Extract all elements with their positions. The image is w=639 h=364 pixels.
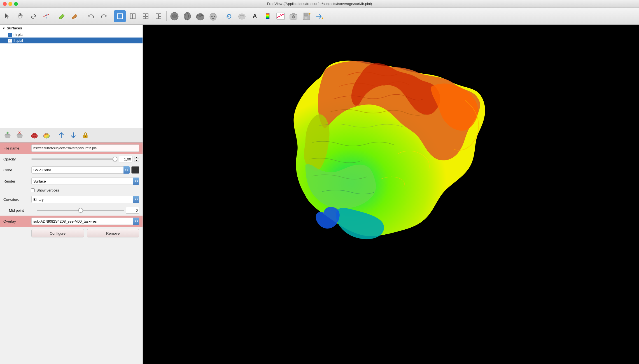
- render-select[interactable]: SurfaceWireframeOverlay: [31, 178, 139, 185]
- opacity-stepper: ▲ ▼: [134, 156, 139, 162]
- svg-rect-9: [133, 14, 135, 19]
- curvature-control: BinaryThresholdOff: [31, 196, 139, 203]
- rotate-tool-button[interactable]: [27, 10, 39, 22]
- overlay-select[interactable]: sub-ADNI082S4208_ses-M00_task-res: [31, 218, 139, 225]
- remove-button[interactable]: Remove: [87, 229, 139, 237]
- brain-coronal-button[interactable]: [194, 10, 206, 22]
- title-bar: FreeView (/Applications/freesurfer/subje…: [0, 0, 639, 8]
- brain-visualization: [143, 25, 639, 364]
- add-surface-button[interactable]: +: [2, 130, 13, 141]
- svg-point-45: [85, 136, 86, 137]
- color-swatch[interactable]: [131, 166, 139, 174]
- lh-checkbox[interactable]: ✓: [8, 39, 12, 43]
- render-control: SurfaceWireframeOverlay: [31, 178, 139, 185]
- filename-input[interactable]: [31, 144, 139, 152]
- move-down-button[interactable]: [68, 130, 79, 141]
- svg-rect-8: [130, 14, 132, 19]
- svg-rect-26: [266, 13, 269, 19]
- separator-1: [54, 11, 54, 21]
- brain-3d-button[interactable]: [207, 10, 219, 22]
- lock-button[interactable]: [80, 130, 91, 141]
- svg-rect-7: [117, 14, 122, 19]
- edit-tool-button[interactable]: [56, 10, 68, 22]
- svg-rect-12: [143, 17, 145, 19]
- svg-point-23: [211, 16, 213, 17]
- window-controls[interactable]: [3, 2, 18, 6]
- svg-point-42: [31, 133, 38, 138]
- export-button[interactable]: ★: [313, 10, 325, 22]
- maximize-button[interactable]: [14, 2, 18, 6]
- redo-button[interactable]: [98, 10, 110, 22]
- color-control: Solid ColorCurvatureOverlay: [31, 166, 139, 174]
- screenshot-button[interactable]: [288, 10, 299, 22]
- minimize-button[interactable]: [8, 2, 12, 6]
- surface-red-button[interactable]: [29, 130, 40, 141]
- opacity-row: Opacity ▲ ▼: [0, 154, 143, 164]
- undo-button[interactable]: [85, 10, 97, 22]
- midpoint-slider[interactable]: [37, 210, 124, 211]
- opacity-label: Opacity: [3, 157, 29, 161]
- midpoint-value-input[interactable]: [126, 207, 139, 214]
- svg-point-43: [43, 133, 50, 138]
- svg-point-30: [293, 16, 294, 18]
- main-toolbar: A: [0, 8, 639, 25]
- tree-item-rh[interactable]: ✓ rh.pial: [0, 32, 143, 38]
- layout-single-button[interactable]: [114, 10, 126, 22]
- close-button[interactable]: [3, 2, 7, 6]
- svg-text:+: +: [6, 131, 9, 135]
- pan-tool-button[interactable]: [15, 10, 26, 22]
- color-dropdown-wrapper: Solid ColorCurvatureOverlay: [31, 166, 130, 174]
- action-toolbar: + ×: [0, 128, 143, 143]
- svg-point-21: [199, 14, 202, 17]
- svg-point-2: [48, 14, 49, 15]
- cursor-tool-button[interactable]: [2, 10, 13, 22]
- show-vertices-checkbox[interactable]: [31, 188, 35, 192]
- layout-3panel-button[interactable]: [153, 10, 164, 22]
- remove-surface-button[interactable]: ×: [14, 130, 25, 141]
- action-buttons-row: Configure Remove: [28, 227, 143, 240]
- color-select[interactable]: Solid ColorCurvatureOverlay: [31, 166, 130, 174]
- view-area[interactable]: [143, 25, 639, 364]
- separator-2: [83, 11, 83, 21]
- layout-4panel-button[interactable]: [140, 10, 151, 22]
- save-button[interactable]: ★: [300, 10, 312, 22]
- erase-tool-button[interactable]: [69, 10, 81, 22]
- configure-button[interactable]: Configure: [31, 229, 84, 237]
- opacity-decrement[interactable]: ▼: [134, 159, 139, 162]
- tree-item-lh[interactable]: ✓ lh.pial: [0, 38, 143, 43]
- opacity-slider[interactable]: [31, 158, 117, 160]
- timecourse-button[interactable]: [275, 10, 286, 22]
- surface-color-button[interactable]: [41, 130, 52, 141]
- svg-rect-31: [292, 13, 295, 15]
- file-tree: ▼ Surfaces ✓ rh.pial ✓ lh.pial: [0, 25, 143, 128]
- svg-rect-13: [146, 17, 148, 19]
- measure-tool-button[interactable]: [40, 10, 52, 22]
- move-up-button[interactable]: [56, 130, 67, 141]
- opacity-value-input[interactable]: [119, 156, 132, 162]
- brain-axial-button[interactable]: [169, 10, 180, 22]
- layout-2panel-button[interactable]: [127, 10, 139, 22]
- opacity-increment[interactable]: ▲: [134, 156, 139, 159]
- curvature-label: Curvature: [3, 197, 29, 202]
- brain-sagittal-button[interactable]: [181, 10, 193, 22]
- svg-rect-33: [304, 13, 308, 16]
- reload-button[interactable]: [223, 10, 235, 22]
- svg-text:★: ★: [308, 12, 311, 15]
- rh-checkbox[interactable]: ✓: [8, 33, 12, 37]
- svg-rect-14: [156, 14, 158, 19]
- rh-label: rh.pial: [13, 32, 23, 37]
- surface-button[interactable]: [236, 10, 248, 22]
- text-button[interactable]: A: [249, 10, 261, 22]
- curvature-select[interactable]: BinaryThresholdOff: [31, 196, 139, 203]
- show-vertices-label: Show vertices: [36, 188, 59, 192]
- left-panel: ▼ Surfaces ✓ rh.pial ✓ lh.pial +: [0, 25, 143, 364]
- main-area: ▼ Surfaces ✓ rh.pial ✓ lh.pial +: [0, 25, 639, 364]
- tree-title: Surfaces: [7, 26, 22, 30]
- separator-4: [166, 11, 167, 21]
- svg-rect-15: [159, 14, 161, 16]
- text-icon: A: [253, 13, 257, 20]
- curvature-dropdown-wrapper: BinaryThresholdOff: [31, 196, 139, 203]
- color-scale-button[interactable]: [262, 10, 274, 22]
- tree-arrow: ▼: [2, 27, 5, 30]
- filename-row: File name: [0, 143, 143, 154]
